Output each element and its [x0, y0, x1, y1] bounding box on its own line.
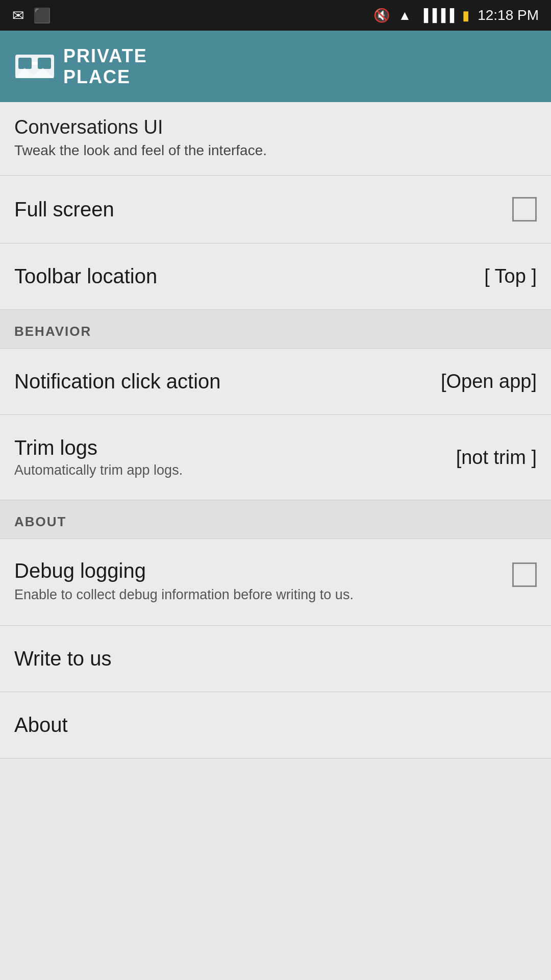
app-logo: PRIVATE PLACE: [14, 45, 147, 88]
status-bar-right: 🔇 ▲ ▐▐▐▐ ▮ 12:18 PM: [373, 7, 539, 23]
about-row[interactable]: About: [0, 692, 551, 758]
trim-logs-row[interactable]: Trim logs Automatically trim app logs. […: [0, 415, 551, 500]
wifi-icon: ▲: [398, 8, 411, 23]
debug-logging-row[interactable]: Debug logging Enable to collect debug in…: [0, 539, 551, 626]
mute-icon: 🔇: [373, 8, 390, 23]
status-bar: ✉ ⬛ 🔇 ▲ ▐▐▐▐ ▮ 12:18 PM: [0, 0, 551, 31]
image-icon: ⬛: [33, 7, 51, 24]
write-to-us-row[interactable]: Write to us: [0, 626, 551, 692]
battery-icon: ▮: [462, 8, 469, 23]
app-name: PRIVATE PLACE: [63, 45, 147, 88]
full-screen-row[interactable]: Full screen: [0, 176, 551, 243]
conversations-ui-subtitle: Tweak the look and feel of the interface…: [14, 142, 537, 159]
toolbar-location-label: Toolbar location: [14, 265, 484, 288]
full-screen-checkbox[interactable]: [512, 197, 537, 222]
notification-click-action-label: Notification click action: [14, 370, 441, 393]
trim-logs-value: [not trim ]: [456, 447, 537, 469]
svg-rect-4: [32, 62, 38, 65]
settings-content: Conversations UI Tweak the look and feel…: [0, 102, 551, 758]
app-header: PRIVATE PLACE: [0, 31, 551, 102]
toolbar-location-value: [ Top ]: [484, 265, 537, 287]
behavior-section-header: BEHAVIOR: [0, 310, 551, 349]
full-screen-label: Full screen: [14, 198, 512, 221]
status-bar-notifications: ✉ ⬛: [12, 7, 51, 24]
toolbar-location-row[interactable]: Toolbar location [ Top ]: [0, 243, 551, 310]
debug-logging-label: Debug logging: [14, 559, 512, 582]
trim-logs-label: Trim logs: [14, 436, 456, 459]
conversations-ui-title: Conversations UI: [14, 116, 537, 138]
debug-logging-subtitle: Enable to collect debug information befo…: [14, 585, 361, 605]
svg-rect-2: [18, 58, 32, 69]
signal-icon: ▐▐▐▐: [419, 8, 454, 22]
debug-logging-checkbox[interactable]: [512, 562, 537, 587]
about-section-header: ABOUT: [0, 500, 551, 539]
behavior-header-text: BEHAVIOR: [14, 324, 91, 339]
conversations-ui-section: Conversations UI Tweak the look and feel…: [0, 102, 551, 175]
svg-rect-3: [38, 58, 51, 69]
trim-logs-subtitle: Automatically trim app logs.: [14, 462, 456, 478]
about-label: About: [14, 714, 537, 737]
status-time: 12:18 PM: [478, 7, 539, 23]
write-to-us-label: Write to us: [14, 647, 537, 670]
about-header-text: ABOUT: [14, 514, 66, 529]
notification-click-action-value: [Open app]: [441, 371, 537, 393]
app-logo-icon: [14, 48, 55, 84]
notification-click-action-row[interactable]: Notification click action [Open app]: [0, 349, 551, 415]
email-icon: ✉: [12, 7, 24, 24]
